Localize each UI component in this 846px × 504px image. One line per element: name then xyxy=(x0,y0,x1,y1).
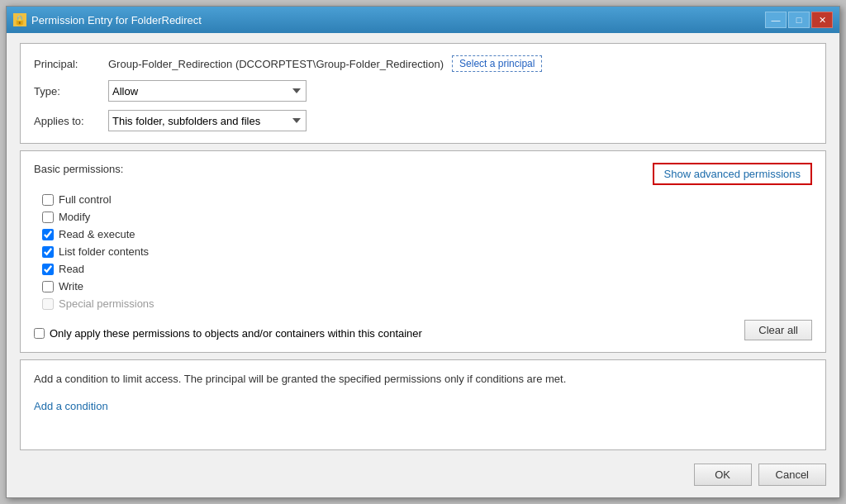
principal-row: Principal: Group-Folder_Redirection (DCC… xyxy=(34,55,812,72)
maximize-button[interactable]: □ xyxy=(788,12,810,28)
read-label: Read xyxy=(59,263,84,275)
window-title: Permission Entry for FolderRedirect xyxy=(31,14,202,26)
only-apply-row: Only apply these permissions to objects … xyxy=(34,327,422,340)
special-permissions-checkbox xyxy=(42,298,54,310)
permission-list-folder: List folder contents xyxy=(42,245,812,258)
write-checkbox[interactable] xyxy=(42,281,54,292)
applies-to-select[interactable]: This folder, subfolders and files This f… xyxy=(108,110,307,131)
principal-label: Principal: xyxy=(34,58,108,70)
principal-section: Principal: Group-Folder_Redirection (DCC… xyxy=(20,43,826,144)
ok-button[interactable]: OK xyxy=(694,464,752,486)
permissions-title: Basic permissions: xyxy=(34,163,123,175)
applies-to-label: Applies to: xyxy=(34,115,108,127)
read-execute-label: Read & execute xyxy=(59,228,135,240)
minimize-button[interactable]: — xyxy=(765,12,787,28)
type-label: Type: xyxy=(34,85,108,97)
permission-modify: Modify xyxy=(42,211,812,223)
list-folder-checkbox[interactable] xyxy=(42,246,54,258)
permission-read-execute: Read & execute xyxy=(42,228,812,240)
modify-label: Modify xyxy=(59,211,90,223)
read-checkbox[interactable] xyxy=(42,264,54,275)
window-body: Principal: Group-Folder_Redirection (DCC… xyxy=(7,33,839,497)
clear-all-button[interactable]: Clear all xyxy=(744,320,812,340)
close-button[interactable]: ✕ xyxy=(811,12,833,28)
permission-read: Read xyxy=(42,263,812,275)
main-window: 🔒 Permission Entry for FolderRedirect — … xyxy=(6,6,840,498)
permissions-section: Basic permissions: Show advanced permiss… xyxy=(20,150,826,353)
type-row: Type: Allow Deny xyxy=(34,80,812,102)
modify-checkbox[interactable] xyxy=(42,212,54,223)
applies-to-row: Applies to: This folder, subfolders and … xyxy=(34,110,812,131)
window-icon: 🔒 xyxy=(13,13,26,26)
show-advanced-button[interactable]: Show advanced permissions xyxy=(653,163,812,185)
condition-section: Add a condition to limit access. The pri… xyxy=(20,359,826,450)
add-condition-link[interactable]: Add a condition xyxy=(34,400,108,412)
permissions-list: Full control Modify Read & execute List … xyxy=(34,193,812,310)
special-permissions-label: Special permissions xyxy=(59,297,154,310)
clear-all-area: Clear all xyxy=(744,320,812,340)
select-principal-button[interactable]: Select a principal xyxy=(452,55,542,72)
list-folder-label: List folder contents xyxy=(59,245,149,258)
full-control-label: Full control xyxy=(59,193,112,206)
titlebar-controls: — □ ✕ xyxy=(765,12,833,28)
principal-value: Group-Folder_Redirection (DCCORPTEST\Gro… xyxy=(108,58,444,70)
permission-full-control: Full control xyxy=(42,193,812,206)
only-apply-label: Only apply these permissions to objects … xyxy=(50,327,422,340)
titlebar-left: 🔒 Permission Entry for FolderRedirect xyxy=(13,13,202,26)
cancel-button[interactable]: Cancel xyxy=(758,464,826,486)
only-apply-checkbox[interactable] xyxy=(34,328,45,339)
permission-write: Write xyxy=(42,280,812,292)
type-select[interactable]: Allow Deny xyxy=(108,80,307,102)
footer: OK Cancel xyxy=(20,460,826,487)
permission-special: Special permissions xyxy=(42,297,812,310)
titlebar: 🔒 Permission Entry for FolderRedirect — … xyxy=(7,7,839,33)
read-execute-checkbox[interactable] xyxy=(42,229,54,240)
full-control-checkbox[interactable] xyxy=(42,194,54,206)
permissions-header: Basic permissions: Show advanced permiss… xyxy=(34,163,812,185)
condition-description: Add a condition to limit access. The pri… xyxy=(34,372,812,387)
write-label: Write xyxy=(59,280,83,292)
